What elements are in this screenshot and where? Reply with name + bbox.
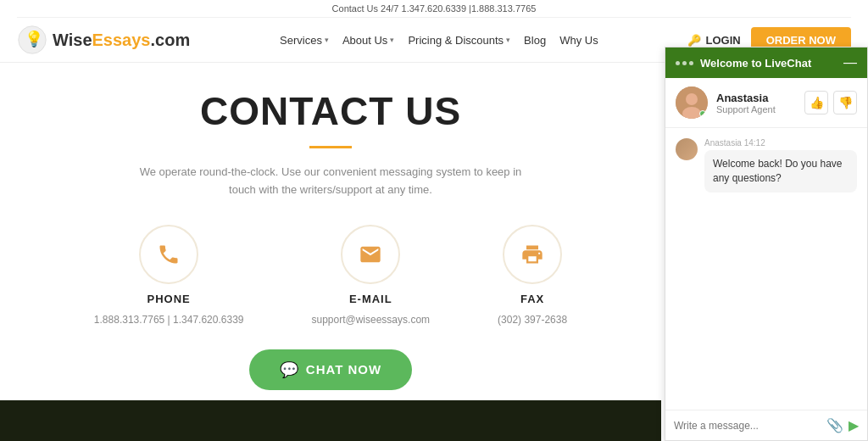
- fax-icon-circle: [503, 225, 562, 284]
- agent-name: Anastasia: [716, 92, 796, 104]
- chat-avatar-small: [676, 138, 698, 160]
- thumbs-up-button[interactable]: 👍: [804, 91, 828, 114]
- chat-message-row: Anastasia 14:12 Welcome back! Do you hav…: [676, 138, 857, 193]
- contact-row: PHONE 1.888.313.7765 | 1.347.620.6339 E-…: [34, 225, 627, 326]
- footer-bar: [0, 400, 661, 441]
- chevron-down-icon: ▾: [390, 36, 394, 44]
- agent-role: Support Agent: [716, 104, 796, 114]
- chat-now-button[interactable]: 💬 CHAT NOW: [249, 349, 412, 390]
- dot-1: [676, 61, 680, 65]
- logo-text: WiseEssays.com: [53, 31, 190, 50]
- phone-value: 1.888.313.7765 | 1.347.620.6339: [94, 314, 244, 326]
- header-contact-bar: Contact Us 24/7 1.347.620.6339 |1.888.31…: [17, 0, 851, 18]
- chevron-down-icon: ▾: [506, 36, 510, 44]
- phone-label: PHONE: [147, 293, 191, 305]
- livechat-message-input[interactable]: [674, 420, 821, 432]
- subtitle: We operate round-the-clock. Use our conv…: [127, 164, 534, 199]
- email-icon-circle: [341, 225, 400, 284]
- chat-bubble-icon: 💬: [280, 360, 299, 379]
- nav-about-us[interactable]: About Us ▾: [342, 34, 394, 47]
- livechat-input-row: 📎 ▶: [665, 410, 867, 440]
- livechat-header-left: Welcome to LiveChat: [676, 57, 811, 70]
- agent-avatar: [676, 87, 708, 119]
- chat-bubble: Welcome back! Do you have any questions?: [704, 150, 857, 193]
- livechat-dots: [676, 61, 693, 65]
- svg-point-3: [686, 93, 698, 105]
- main-nav: Services ▾ About Us ▾ Pricing & Discount…: [280, 34, 598, 47]
- key-icon: 🔑: [687, 34, 701, 47]
- phone-icon: [157, 243, 181, 266]
- email-value: support@wiseessays.com: [311, 314, 430, 326]
- fax-icon: [520, 243, 544, 266]
- livechat-agent-row: Anastasia Support Agent 👍 👎: [665, 78, 867, 128]
- main-content: CONTACT US We operate round-the-clock. U…: [0, 63, 661, 407]
- agent-actions: 👍 👎: [804, 91, 857, 114]
- dot-2: [682, 61, 687, 65]
- page-title: CONTACT US: [34, 88, 627, 134]
- phone-icon-circle: [139, 225, 198, 284]
- send-button[interactable]: ▶: [849, 417, 859, 433]
- attach-button[interactable]: 📎: [826, 417, 843, 433]
- chevron-down-icon: ▾: [325, 36, 329, 44]
- contact-fax: FAX (302) 397-2638: [498, 225, 567, 326]
- svg-text:💡: 💡: [25, 30, 44, 48]
- email-icon: [359, 243, 382, 266]
- nav-blog[interactable]: Blog: [524, 34, 546, 47]
- chat-message-content: Anastasia 14:12 Welcome back! Do you hav…: [704, 138, 857, 193]
- thumbs-down-button[interactable]: 👎: [833, 91, 857, 114]
- livechat-header: Welcome to LiveChat —: [665, 47, 867, 78]
- nav-pricing[interactable]: Pricing & Discounts ▾: [408, 34, 510, 47]
- logo-icon: 💡: [17, 25, 47, 55]
- fax-value: (302) 397-2638: [498, 314, 567, 326]
- contact-info: Contact Us 24/7 1.347.620.6339 |1.888.31…: [332, 3, 537, 14]
- fax-label: FAX: [520, 293, 544, 305]
- dot-3: [689, 61, 693, 65]
- livechat-messages: Anastasia 14:12 Welcome back! Do you hav…: [665, 128, 867, 410]
- nav-why-us[interactable]: Why Us: [559, 34, 598, 47]
- chat-message-meta: Anastasia 14:12: [704, 138, 857, 148]
- title-underline: [309, 146, 352, 148]
- contact-phone: PHONE 1.888.313.7765 | 1.347.620.6339: [94, 225, 244, 326]
- login-button[interactable]: 🔑 LOGIN: [687, 34, 740, 47]
- online-indicator: [699, 110, 706, 117]
- contact-email: E-MAIL support@wiseessays.com: [311, 225, 430, 326]
- logo[interactable]: 💡 WiseEssays.com: [17, 25, 190, 55]
- email-label: E-MAIL: [349, 293, 392, 305]
- nav-services[interactable]: Services ▾: [280, 34, 329, 47]
- livechat-minimize-button[interactable]: —: [843, 56, 857, 70]
- agent-info: Anastasia Support Agent: [716, 92, 796, 114]
- livechat-title: Welcome to LiveChat: [700, 57, 811, 70]
- livechat-panel: Welcome to LiveChat — Anastasia Support …: [665, 47, 868, 441]
